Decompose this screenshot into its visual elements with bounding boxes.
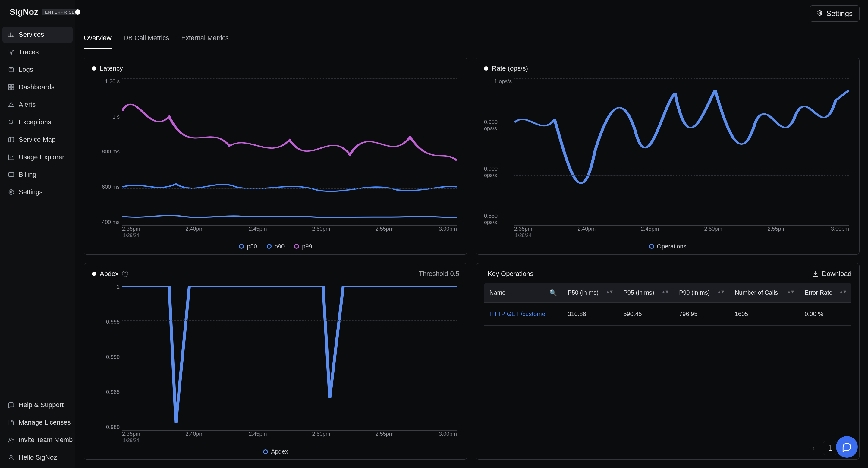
- x-date: 1/29/24: [123, 233, 139, 238]
- sidebar-label: Billing: [19, 171, 36, 178]
- y-tick: 0.850 ops/s: [484, 213, 512, 226]
- download-icon: [812, 270, 819, 277]
- help-icon[interactable]: ?: [122, 271, 128, 277]
- legend-p90[interactable]: p90: [267, 243, 284, 250]
- y-tick: 0.980: [106, 424, 120, 431]
- sort-icon[interactable]: ▲▼: [786, 289, 794, 295]
- col-p50[interactable]: P50 (in ms)▲▼: [562, 283, 618, 303]
- sidebar-item-help-support[interactable]: Help & Support: [2, 397, 73, 413]
- sidebar: SigNoz Enterprise Services Traces Logs D…: [0, 0, 75, 468]
- sidebar-item-invite-team[interactable]: Invite Team Member: [2, 432, 73, 448]
- sidebar-item-service-map[interactable]: Service Map: [2, 131, 73, 148]
- sidebar-item-exceptions[interactable]: Exceptions: [2, 114, 73, 130]
- x-tick: 2:55pm: [768, 226, 786, 232]
- sidebar-item-billing[interactable]: Billing: [2, 167, 73, 183]
- svg-point-2: [10, 53, 12, 55]
- panel-apdex: Apdex ? Threshold 0.5 1 0.995 0.990 0.98…: [84, 263, 467, 460]
- x-tick: 3:00pm: [831, 226, 849, 232]
- table-row[interactable]: HTTP GET /customer 310.86 590.45 796.95 …: [484, 303, 851, 326]
- legend-operations[interactable]: Operations: [649, 243, 687, 250]
- op-name-link[interactable]: HTTP GET /customer: [484, 303, 562, 326]
- chart-icon: [8, 154, 14, 160]
- sidebar-item-settings[interactable]: Settings: [2, 184, 73, 200]
- sort-icon[interactable]: ▲▼: [839, 289, 846, 295]
- panel-key-ops-title: Key Operations: [488, 270, 533, 278]
- col-name[interactable]: Name🔍: [484, 283, 562, 303]
- download-button[interactable]: Download: [812, 270, 851, 278]
- y-tick: 0.900 ops/s: [484, 166, 512, 178]
- col-calls[interactable]: Number of Calls▲▼: [730, 283, 799, 303]
- y-tick: 400 ms: [102, 219, 120, 226]
- svg-rect-9: [9, 173, 14, 177]
- sidebar-item-hello-signoz[interactable]: Hello SigNoz: [2, 449, 73, 466]
- x-tick: 2:50pm: [312, 226, 330, 232]
- tab-external-metrics[interactable]: External Metrics: [181, 27, 229, 49]
- sidebar-label: Dashboards: [19, 83, 55, 91]
- latency-chart[interactable]: 1.20 s 1 s 800 ms 600 ms 400 ms: [92, 76, 459, 242]
- rate-plot-svg: [515, 79, 849, 225]
- sidebar-item-services[interactable]: Services: [2, 27, 73, 43]
- apdex-chart[interactable]: 1 0.995 0.990 0.985 0.980 2:35pm1/29/24: [92, 281, 459, 448]
- svg-point-12: [10, 455, 12, 458]
- tab-db-call-metrics[interactable]: DB Call Metrics: [124, 27, 169, 49]
- panel-rate-title: Rate (ops/s): [492, 64, 528, 72]
- cell-p95: 590.45: [618, 303, 674, 326]
- sidebar-label: Manage Licenses: [19, 418, 70, 427]
- settings-button-label: Settings: [827, 9, 852, 18]
- enterprise-badge: Enterprise: [42, 9, 78, 16]
- bug-icon: [8, 119, 14, 125]
- x-tick: 2:35pm: [514, 226, 532, 232]
- x-tick: 2:40pm: [185, 226, 204, 232]
- y-tick: 0.950 ops/s: [484, 119, 512, 132]
- chat-bubble-icon: [842, 442, 852, 452]
- logs-icon: [8, 66, 14, 73]
- sort-icon[interactable]: ▲▼: [717, 289, 724, 295]
- sort-icon[interactable]: ▲▼: [606, 289, 613, 295]
- sidebar-item-usage-explorer[interactable]: Usage Explorer: [2, 149, 73, 165]
- sidebar-item-alerts[interactable]: Alerts: [2, 96, 73, 113]
- sidebar-label: Alerts: [19, 101, 36, 109]
- legend-p99[interactable]: p99: [294, 243, 312, 250]
- sidebar-item-logs[interactable]: Logs: [2, 61, 73, 78]
- sidebar-item-traces[interactable]: Traces: [2, 44, 73, 60]
- y-tick: 0.990: [106, 354, 120, 360]
- brand-name: SigNoz: [10, 7, 38, 17]
- sidebar-label: Settings: [19, 188, 43, 196]
- page-number[interactable]: 1: [823, 441, 837, 455]
- legend-p50[interactable]: p50: [239, 243, 257, 250]
- download-label: Download: [822, 270, 851, 278]
- settings-button[interactable]: Settings: [810, 5, 860, 22]
- svg-point-13: [819, 12, 821, 14]
- x-tick: 2:50pm: [312, 431, 330, 437]
- legend-apdex[interactable]: Apdex: [263, 448, 288, 455]
- sidebar-label: Services: [19, 31, 44, 38]
- billing-icon: [8, 171, 14, 178]
- user-icon: [8, 454, 14, 461]
- y-tick: 800 ms: [102, 149, 120, 155]
- search-icon[interactable]: 🔍: [550, 289, 557, 296]
- col-p95[interactable]: P95 (in ms)▲▼: [618, 283, 674, 303]
- y-tick: 0.995: [106, 319, 120, 325]
- prev-page-button[interactable]: ‹: [809, 443, 819, 453]
- topbar: Settings: [75, 0, 868, 27]
- sidebar-label: Exceptions: [19, 118, 51, 126]
- y-tick: 1: [117, 284, 120, 290]
- sidebar-item-manage-licenses[interactable]: Manage Licenses: [2, 414, 73, 431]
- cell-calls: 1605: [730, 303, 799, 326]
- panel-apdex-title: Apdex: [100, 270, 119, 278]
- x-date: 1/29/24: [515, 233, 531, 238]
- rate-chart[interactable]: 1 ops/s 0.950 ops/s 0.900 ops/s 0.850 op…: [484, 76, 851, 242]
- col-error-rate[interactable]: Error Rate▲▼: [799, 283, 851, 303]
- pagination: ‹ 1 ›: [484, 436, 851, 455]
- tab-overview[interactable]: Overview: [84, 27, 112, 49]
- panel-key-operations: Key Operations Download Name🔍 P50 (in ms…: [476, 263, 860, 460]
- gear-icon: [8, 189, 14, 196]
- bullet-icon: [92, 66, 96, 70]
- chat-widget-button[interactable]: [836, 436, 858, 458]
- sort-icon[interactable]: ▲▼: [661, 289, 668, 295]
- y-tick: 600 ms: [102, 184, 120, 190]
- sidebar-item-dashboards[interactable]: Dashboards: [2, 79, 73, 95]
- network-icon: [8, 49, 14, 56]
- panel-latency-title: Latency: [100, 64, 123, 72]
- col-p99[interactable]: P99 (in ms)▲▼: [674, 283, 730, 303]
